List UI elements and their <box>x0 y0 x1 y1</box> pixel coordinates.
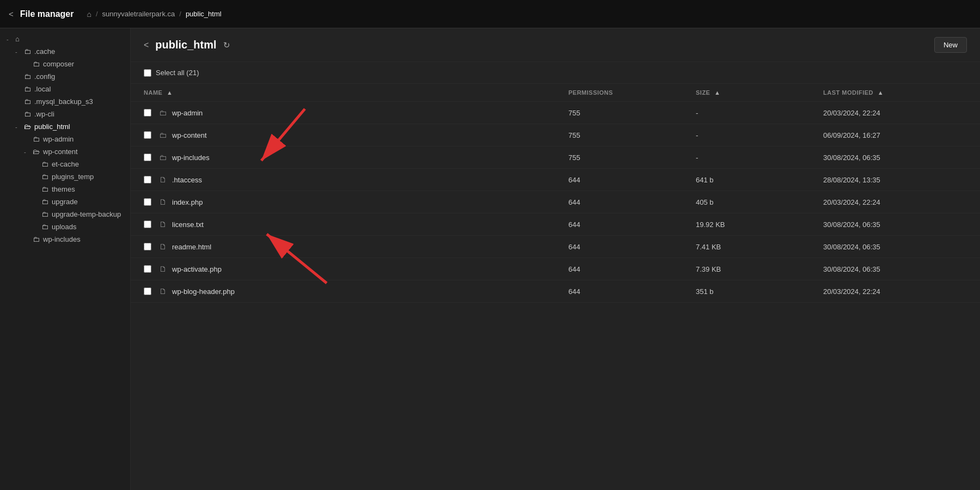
sidebar-label-et-cache: et-cache <box>52 160 79 168</box>
file-checkbox[interactable] <box>144 109 151 117</box>
file-icon: 🗋 <box>159 220 167 229</box>
folder-icon: 🗀 <box>33 235 40 243</box>
file-icon: 🗋 <box>159 287 167 296</box>
content-header: < public_html ↻ New <box>131 28 980 62</box>
sidebar-item-et-cache[interactable]: 🗀 et-cache <box>0 158 130 170</box>
folder-icon: 🗀 <box>159 108 167 117</box>
file-checkbox[interactable] <box>144 287 151 295</box>
col-header-modified[interactable]: LAST MODIFIED ▲ <box>810 84 980 102</box>
folder-icon: 🗀 <box>159 131 167 139</box>
sidebar-item-public-html[interactable]: - 🗁 public_html <box>0 120 130 133</box>
sidebar-item-themes[interactable]: 🗀 themes <box>0 183 130 195</box>
table-row[interactable]: 🗀 wp-content 755 - 06/09/2024, 16:27 <box>131 124 980 146</box>
table-row[interactable]: 🗋 index.php 644 405 b 20/03/2024, 22:24 <box>131 191 980 213</box>
file-size: 351 b <box>683 280 810 303</box>
folder-icon: 🗀 <box>33 135 40 143</box>
select-all-checkbox[interactable] <box>144 69 151 77</box>
file-name: wp-includes <box>172 154 210 162</box>
sidebar-label-themes: themes <box>52 185 75 193</box>
file-modified: 28/08/2024, 13:35 <box>810 169 980 191</box>
folder-open-icon: 🗁 <box>33 148 40 156</box>
sidebar-item-upgrade-temp-backup[interactable]: 🗀 upgrade-temp-backup <box>0 208 130 220</box>
file-permissions: 644 <box>555 280 683 303</box>
home-icon: ⌂ <box>15 35 20 43</box>
file-size: - <box>683 146 810 169</box>
file-size: 19.92 KB <box>683 213 810 236</box>
content-title: public_html <box>155 39 216 51</box>
file-size: - <box>683 124 810 146</box>
folder-icon: 🗀 <box>24 72 31 81</box>
sidebar-item-mysql-backup[interactable]: 🗀 .mysql_backup_s3 <box>0 95 130 108</box>
table-row[interactable]: 🗋 .htaccess 644 641 b 28/08/2024, 13:35 <box>131 169 980 191</box>
table-row[interactable]: 🗀 wp-includes 755 - 30/08/2024, 06:35 <box>131 146 980 169</box>
sidebar-label-mysql-backup: .mysql_backup_s3 <box>34 97 93 106</box>
sidebar-label-wp-content: wp-content <box>43 148 78 156</box>
home-icon: ⌂ <box>87 10 91 19</box>
sidebar-item-home[interactable]: - ⌂ <box>0 33 130 45</box>
topbar-back-button[interactable]: < <box>9 9 14 19</box>
table-row[interactable]: 🗀 wp-admin 755 - 20/03/2024, 22:24 <box>131 102 980 124</box>
sidebar-item-config[interactable]: 🗀 .config <box>0 70 130 83</box>
new-button[interactable]: New <box>934 37 967 53</box>
table-row[interactable]: 🗋 readme.html 644 7.41 KB 30/08/2024, 06… <box>131 236 980 258</box>
sidebar-label-wp-cli: .wp-cli <box>34 110 54 118</box>
file-permissions: 644 <box>555 236 683 258</box>
file-size: 7.39 KB <box>683 258 810 280</box>
sidebar-label-cache: .cache <box>34 47 55 56</box>
select-all-label[interactable]: Select all (21) <box>156 69 199 77</box>
file-modified: 30/08/2024, 06:35 <box>810 146 980 169</box>
sidebar-item-upgrade[interactable]: 🗀 upgrade <box>0 195 130 208</box>
breadcrumb-current: public_html <box>186 10 222 18</box>
breadcrumb-domain[interactable]: sunnyvaletrailerpark.ca <box>102 10 175 18</box>
file-modified: 20/03/2024, 22:24 <box>810 280 980 303</box>
file-permissions: 644 <box>555 258 683 280</box>
file-size: 7.41 KB <box>683 236 810 258</box>
sidebar-label-local: .local <box>34 85 51 93</box>
file-name: license.txt <box>172 220 204 229</box>
file-icon: 🗋 <box>159 265 167 273</box>
col-header-name[interactable]: NAME ▲ <box>131 84 555 102</box>
table-row[interactable]: 🗋 wp-blog-header.php 644 351 b 20/03/202… <box>131 280 980 303</box>
sidebar: - ⌂ - 🗀 .cache 🗀 composer 🗀 .config 🗀 .l… <box>0 28 131 490</box>
folder-icon: 🗀 <box>24 85 31 93</box>
sort-icon-size: ▲ <box>714 89 720 96</box>
file-checkbox[interactable] <box>144 198 151 206</box>
sidebar-item-wp-admin[interactable]: 🗀 wp-admin <box>0 133 130 145</box>
file-name: index.php <box>172 198 203 206</box>
sidebar-item-composer[interactable]: 🗀 composer <box>0 58 130 70</box>
sidebar-item-plugins-temp[interactable]: 🗀 plugins_temp <box>0 170 130 183</box>
file-checkbox[interactable] <box>144 243 151 250</box>
file-checkbox[interactable] <box>144 176 151 183</box>
refresh-icon[interactable]: ↻ <box>223 40 230 50</box>
sidebar-label-upgrade: upgrade <box>52 198 78 206</box>
table-row[interactable]: 🗋 wp-activate.php 644 7.39 KB 30/08/2024… <box>131 258 980 280</box>
file-checkbox[interactable] <box>144 220 151 228</box>
folder-open-icon: 🗁 <box>24 122 31 131</box>
file-checkbox[interactable] <box>144 265 151 273</box>
table-row[interactable]: 🗋 license.txt 644 19.92 KB 30/08/2024, 0… <box>131 213 980 236</box>
breadcrumb-sep: / <box>96 10 98 18</box>
file-name: wp-activate.php <box>172 265 222 273</box>
file-permissions: 755 <box>555 146 683 169</box>
sidebar-label-config: .config <box>34 72 55 81</box>
sidebar-item-wp-includes[interactable]: 🗀 wp-includes <box>0 233 130 246</box>
file-size: - <box>683 102 810 124</box>
file-checkbox[interactable] <box>144 131 151 139</box>
col-header-permissions[interactable]: PERMISSIONS <box>555 84 683 102</box>
content-back-button[interactable]: < <box>144 40 149 50</box>
sort-icon-modified: ▲ <box>878 89 884 96</box>
col-header-size[interactable]: SIZE ▲ <box>683 84 810 102</box>
select-all-bar: Select all (21) <box>131 62 980 84</box>
sidebar-item-cache[interactable]: - 🗀 .cache <box>0 45 130 58</box>
file-size: 405 b <box>683 191 810 213</box>
sidebar-item-local[interactable]: 🗀 .local <box>0 83 130 95</box>
sidebar-toggle-cache: - <box>15 48 21 55</box>
file-checkbox[interactable] <box>144 154 151 161</box>
sidebar-item-wp-content[interactable]: - 🗁 wp-content <box>0 145 130 158</box>
sort-icon-name: ▲ <box>167 89 173 96</box>
file-table: NAME ▲ PERMISSIONS SIZE ▲ LAST MODIFIED <box>131 84 980 490</box>
breadcrumb: ⌂ / sunnyvaletrailerpark.ca / public_htm… <box>87 10 221 19</box>
sidebar-item-wp-cli[interactable]: 🗀 .wp-cli <box>0 108 130 120</box>
folder-icon: 🗀 <box>41 173 48 181</box>
sidebar-item-uploads[interactable]: 🗀 uploads <box>0 220 130 233</box>
